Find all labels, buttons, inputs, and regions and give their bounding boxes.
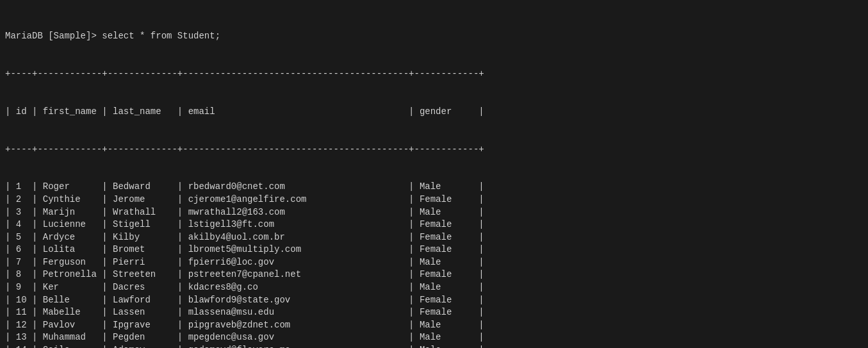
divider-top: +----+------------+-------------+-------… <box>5 68 863 81</box>
table-row: | 2 | Cynthie | Jerome | cjerome1@angelf… <box>5 194 863 206</box>
table-row: | 7 | Ferguson | Pierri | fpierri6@loc.g… <box>5 256 863 269</box>
table-row: | 8 | Petronella | Streeten | pstreeten7… <box>5 269 863 281</box>
table-row: | 9 | Ker | Dacres | kdacres8@g.co | Mal… <box>5 281 863 294</box>
table-header: | id | first_name | last_name | email | … <box>5 106 863 119</box>
table-row: | 3 | Marijn | Wrathall | mwrathall2@163… <box>5 206 863 219</box>
table-row: | 4 | Lucienne | Stigell | lstigell3@ft.… <box>5 219 863 231</box>
table-rows: | 1 | Roger | Bedward | rbedward0@cnet.c… <box>5 181 863 348</box>
table-row: | 12 | Pavlov | Ipgrave | pipgraveb@zdne… <box>5 319 863 332</box>
table-row: | 6 | Lolita | Bromet | lbromet5@multipl… <box>5 244 863 256</box>
table-row: | 1 | Roger | Bedward | rbedward0@cnet.c… <box>5 181 863 194</box>
terminal-output: MariaDB [Sample]> select * from Student;… <box>5 5 863 348</box>
table-row: | 14 | Gaile | Adamov | gadamovd@flavors… <box>5 344 863 348</box>
divider-mid: +----+------------+-------------+-------… <box>5 144 863 156</box>
prompt-line: MariaDB [Sample]> select * from Student; <box>5 30 863 43</box>
table-row: | 10 | Belle | Lawford | blawford9@state… <box>5 294 863 307</box>
table-row: | 5 | Ardyce | Kilby | akilby4@uol.com.b… <box>5 231 863 244</box>
table-row: | 13 | Muhammad | Pegden | mpegdenc@usa.… <box>5 331 863 344</box>
table-row: | 11 | Mabelle | Lassen | mlassena@msu.e… <box>5 306 863 319</box>
